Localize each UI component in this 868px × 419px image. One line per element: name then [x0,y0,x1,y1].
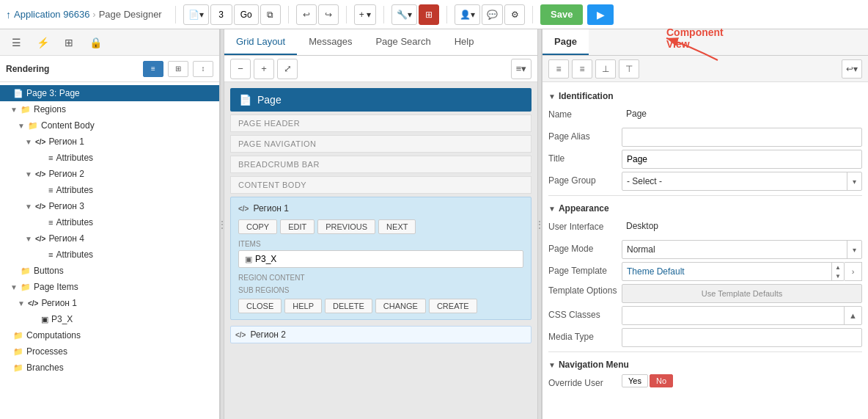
tree-item-pi-region1[interactable]: ▼ </> Регион 1 [0,295,219,311]
tab-messages[interactable]: Messages [297,29,364,55]
page-mode-arrow-icon[interactable]: ▾ [847,241,861,258]
p3x-item-row[interactable]: ▣ P3_X [238,250,523,268]
breadcrumb-up-icon[interactable]: ↑ [6,9,11,21]
run-button[interactable]: ▶ [587,4,614,25]
tree-item-region3[interactable]: ▼ </> Регион 3 [0,198,219,214]
code-icon-region3: </> [35,203,45,211]
expand-panel-button[interactable]: ☰ [6,32,26,53]
tree-item-regions[interactable]: ▼ 📁 Regions [0,101,219,117]
region2-label: Регион 2 [250,329,286,340]
page-template-select[interactable]: Theme Default ▲ ▼ [622,262,845,281]
toolbar-divider-2 [288,6,289,23]
tree-item-region1[interactable]: ▼ </> Регион 1 [0,134,219,150]
title-input[interactable] [622,150,862,169]
page-mode-select[interactable]: Normal ▾ [622,240,862,259]
copy-page-button[interactable]: ⧉ [260,4,281,25]
tree-item-buttons[interactable]: 📁 Buttons [0,263,219,279]
right-panel: Page ≡ ≡ ⊥ ⊤ ↩▾ ▼ Identification Name Pa… [542,29,868,419]
new-file-button[interactable]: 📄▾ [183,4,209,25]
toolbar-divider-5 [446,6,447,23]
grid-view-small-button[interactable]: ⊞ [168,61,188,77]
layout-button[interactable]: ⊞ [59,32,79,53]
tree-item-attr3[interactable]: ≡ Attributes [0,214,219,230]
rendering-label: Rendering [6,64,139,74]
go-button[interactable]: Go [234,4,259,25]
region1-block: </> Регион 1 COPY EDIT PREVIOUS NEXT ITE… [230,197,532,320]
override-no-button[interactable]: No [650,374,673,387]
tree-item-attr2[interactable]: ≡ Attributes [0,182,219,198]
page-header-bar[interactable]: 📄 Page [230,88,532,112]
sort-button[interactable]: ↕ [193,61,213,77]
right-tabs: Page [542,29,868,56]
css-classes-expand-button[interactable]: ▲ [844,307,861,324]
tree-item-computations[interactable]: 📁 Computations [0,327,219,343]
tree-label-processes: Processes [26,346,67,357]
template-down-arrow[interactable]: ▼ [832,272,844,280]
template-next-button[interactable]: › [845,262,862,281]
tab-grid-layout[interactable]: Grid Layout [224,29,297,55]
tools-button[interactable]: 🔧▾ [391,4,417,25]
right-menu-button[interactable]: ↩▾ [842,59,862,79]
tree-item-processes[interactable]: 📁 Processes [0,343,219,360]
change-button[interactable]: CHANGE [375,299,426,313]
tab-page-search[interactable]: Page Search [364,29,442,55]
tree-item-page-items[interactable]: ▼ 📁 Page Items [0,279,219,295]
list-view-button[interactable]: ≡ [143,61,163,77]
lock-button[interactable]: 🔒 [85,32,106,53]
align-bottom-button[interactable]: ⊥ [595,59,616,79]
grid-view-button[interactable]: ⊞ [419,4,439,25]
delete-button[interactable]: DELETE [325,299,372,313]
copy-button[interactable]: COPY [238,219,277,234]
tab-page[interactable]: Page [542,29,589,55]
close-button[interactable]: CLOSE [238,299,282,313]
redo-button[interactable]: ↪ [318,4,339,25]
tree-toggle-region2: ▼ [25,170,35,178]
save-button[interactable]: Save [540,4,583,25]
template-options-value[interactable]: Use Template Defaults [622,284,862,303]
zoom-in-button[interactable]: + [254,59,274,79]
page-mode-label: Page Mode [548,240,622,254]
next-button[interactable]: NEXT [378,219,416,234]
items-label: ITEMS [238,240,523,248]
tree-toggle-region1: ▼ [25,138,35,146]
tree-item-region4[interactable]: ▼ </> Регион 4 [0,230,219,247]
tree-item-branches[interactable]: 📁 Branches [0,360,219,376]
create-button[interactable]: CREATE [429,299,477,313]
tab-help[interactable]: Help [443,29,486,55]
page-alias-input[interactable] [622,128,862,147]
template-up-arrow[interactable]: ▲ [832,263,844,272]
folder-icon-buttons: 📁 [21,266,31,276]
section-content-body: CONTENT BODY [230,176,532,194]
tree-item-content-body[interactable]: ▼ 📁 Content Body [0,117,219,134]
media-type-input[interactable] [622,328,862,347]
page-number-input[interactable]: 3 [210,4,232,25]
expand-button[interactable]: ⤢ [277,59,298,79]
undo-button[interactable]: ↩ [296,4,317,25]
page-group-arrow-icon[interactable]: ▾ [847,172,861,190]
page-template-label: Page Template [548,262,622,276]
align-top-button[interactable]: ⊤ [619,59,639,79]
user-button[interactable]: 👤▾ [455,4,480,25]
css-classes-label: CSS Classes [548,306,622,320]
align-left-button[interactable]: ≡ [548,59,569,79]
chat-button[interactable]: 💬 [482,4,503,25]
tree-item-pi-p3x[interactable]: ▣ P3_X [0,311,219,327]
previous-button[interactable]: PREVIOUS [317,219,375,234]
help-button[interactable]: HELP [284,299,322,313]
align-center-button[interactable]: ≡ [572,59,592,79]
page-group-select[interactable]: - Select - ▾ [622,172,862,191]
tree-item-attr4[interactable]: ≡ Attributes [0,247,219,263]
lightning-button[interactable]: ⚡ [32,32,53,53]
override-yes-button[interactable]: Yes [622,374,648,387]
add-button[interactable]: + ▾ [354,4,376,25]
center-menu-button[interactable]: ≡▾ [511,59,532,79]
tree-item-region2[interactable]: ▼ </> Регион 2 [0,166,219,182]
plugin-button[interactable]: ⚙ [504,4,525,25]
tree-item-page3[interactable]: 📄 Page 3: Page [0,85,219,101]
css-classes-input[interactable] [622,307,844,324]
zoom-out-button[interactable]: − [230,59,251,79]
tree-label-pi-region1: Регион 1 [41,298,77,308]
edit-button[interactable]: EDIT [280,219,315,234]
tree-item-attr1[interactable]: ≡ Attributes [0,150,219,166]
region-content-label: REGION CONTENT [234,271,528,283]
